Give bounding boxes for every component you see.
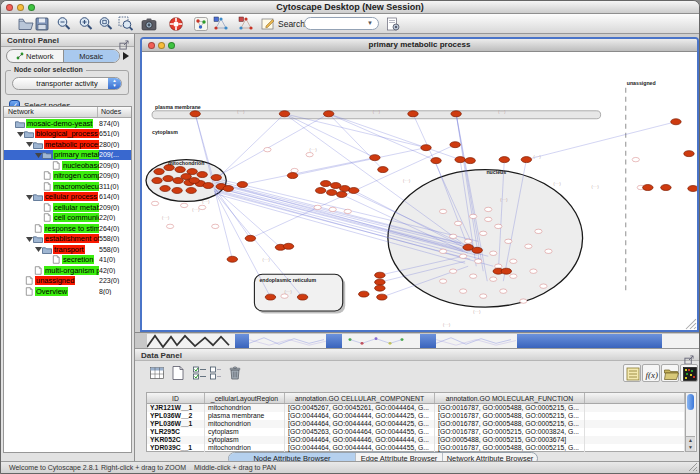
network-node[interactable] — [421, 145, 431, 151]
network-node[interactable] — [203, 183, 213, 189]
network-node-unselected[interactable] — [535, 229, 542, 233]
network-node-unselected[interactable] — [314, 205, 321, 209]
layout-network-button-1[interactable] — [213, 16, 229, 32]
network-node[interactable] — [375, 285, 385, 291]
network-edge[interactable] — [329, 114, 460, 160]
network-node-unselected[interactable] — [439, 279, 446, 283]
formula-builder-button[interactable]: f(x) — [642, 364, 660, 382]
expand-triangle-icon[interactable] — [25, 141, 33, 147]
network-node[interactable] — [265, 294, 275, 300]
network-node-unselected[interactable] — [465, 239, 472, 243]
annotation-button[interactable] — [260, 16, 276, 32]
snapshot-camera-button[interactable] — [141, 16, 157, 32]
network-node-unselected[interactable] — [450, 234, 457, 238]
network-node[interactable] — [190, 111, 200, 117]
network-edge[interactable] — [293, 148, 426, 176]
network-node-unselected[interactable] — [525, 244, 532, 248]
network-node[interactable] — [521, 157, 531, 163]
delete-attribute-button[interactable] — [226, 364, 244, 382]
tree-row[interactable]: metabolic process280(0) — [4, 139, 131, 150]
network-view-titlebar[interactable]: primary metabolic process — [142, 39, 697, 52]
network-node-unselected[interactable] — [475, 259, 482, 263]
network-node[interactable] — [245, 235, 255, 241]
tree-row[interactable]: nitrogen compo209(0) — [4, 171, 131, 182]
network-node-unselected[interactable] — [455, 221, 462, 225]
network-edge[interactable] — [242, 158, 374, 185]
background-window-fragment[interactable] — [249, 334, 326, 348]
table-row[interactable]: YKR052Ccytoplasm[GO:0044464, GO:0044446,… — [147, 436, 685, 444]
zoom-out-button[interactable] — [56, 16, 72, 32]
network-node[interactable] — [163, 176, 173, 182]
table-row[interactable]: YLR295Ccytoplasm[GO:0045263, GO:0044464,… — [147, 428, 685, 436]
network-node[interactable] — [378, 167, 388, 173]
network-node[interactable] — [160, 186, 170, 192]
network-node[interactable] — [684, 151, 694, 157]
network-node-unselected[interactable] — [505, 239, 512, 243]
table-column-header[interactable]: annotation.GO CELLULAR_COMPONENT — [285, 393, 435, 403]
network-node[interactable] — [455, 157, 465, 163]
network-node[interactable] — [377, 294, 387, 300]
network-node[interactable] — [315, 188, 325, 194]
network-node-unselected[interactable] — [212, 224, 219, 228]
tree-row[interactable]: biological_process651(0) — [4, 129, 131, 140]
network-node[interactable] — [349, 188, 359, 194]
network-node[interactable] — [211, 175, 221, 181]
background-window-fragment[interactable] — [342, 334, 420, 348]
network-node[interactable] — [326, 190, 336, 196]
scrollbar-arrows[interactable]: ▲▼ — [686, 436, 695, 451]
network-node[interactable] — [223, 186, 233, 192]
network-node[interactable] — [279, 111, 289, 117]
network-edge[interactable] — [215, 114, 328, 178]
tab-mosaic[interactable]: Mosaic — [63, 50, 120, 62]
network-node[interactable] — [501, 268, 511, 274]
network-node-unselected[interactable] — [530, 269, 537, 273]
expand-triangle-icon[interactable] — [34, 152, 42, 158]
network-canvas[interactable]: (····)(····)(····)(····)(····)(····)(···… — [142, 52, 697, 330]
network-node-unselected[interactable] — [264, 147, 271, 151]
zoom-fit-button[interactable] — [98, 16, 114, 32]
network-node-unselected[interactable] — [439, 209, 446, 213]
network-node-unselected[interactable] — [480, 294, 487, 298]
tree-row[interactable]: secretion41(0) — [4, 255, 131, 266]
expand-triangle-icon[interactable] — [16, 131, 24, 137]
network-node[interactable] — [375, 272, 385, 278]
network-node[interactable] — [152, 178, 162, 184]
float-panel-icon[interactable] — [119, 36, 129, 46]
tab-network[interactable]: Network — [7, 50, 63, 62]
table-mode-button[interactable] — [148, 364, 166, 382]
network-node-unselected[interactable] — [460, 289, 467, 293]
network-node[interactable] — [408, 111, 418, 117]
zoom-selected-region-button[interactable] — [118, 16, 134, 32]
network-node-unselected[interactable] — [510, 274, 517, 278]
network-node-unselected[interactable] — [485, 217, 492, 221]
network-node-unselected[interactable] — [632, 157, 639, 161]
network-node-unselected[interactable] — [480, 231, 487, 235]
network-node-unselected[interactable] — [520, 299, 527, 303]
network-node[interactable] — [375, 279, 385, 285]
import-attributes-button[interactable] — [661, 364, 679, 382]
network-node-unselected[interactable] — [439, 249, 446, 253]
background-window-fragment[interactable] — [436, 334, 517, 348]
network-node[interactable] — [431, 158, 441, 164]
attribute-list-button[interactable] — [623, 364, 641, 382]
tree-row[interactable]: establishment of lo558(0) — [4, 234, 131, 245]
network-node-unselected[interactable] — [495, 224, 502, 228]
network-node-unselected[interactable] — [490, 251, 497, 255]
network-node-unselected[interactable] — [291, 168, 298, 172]
table-column-header[interactable]: ID — [147, 393, 205, 403]
network-node-unselected[interactable] — [470, 274, 477, 278]
table-row[interactable]: YJR121W__1mitochondrion[GO:0045267, GO:0… — [147, 404, 685, 412]
network-node-unselected[interactable] — [485, 207, 492, 211]
search-settings-button[interactable] — [385, 16, 401, 32]
network-node-unselected[interactable] — [510, 259, 517, 263]
network-node-unselected[interactable] — [306, 152, 313, 156]
tree-row[interactable]: cell communicat22(0) — [4, 213, 131, 224]
network-node-unselected[interactable] — [540, 284, 547, 288]
network-node[interactable] — [175, 167, 185, 173]
network-node-unselected[interactable] — [490, 277, 497, 281]
tree-row[interactable]: response to stimulu264(0) — [4, 223, 131, 234]
network-node[interactable] — [237, 182, 247, 188]
expand-triangle-icon[interactable] — [25, 236, 33, 242]
network-node[interactable] — [451, 111, 461, 117]
network-node[interactable] — [643, 185, 653, 191]
